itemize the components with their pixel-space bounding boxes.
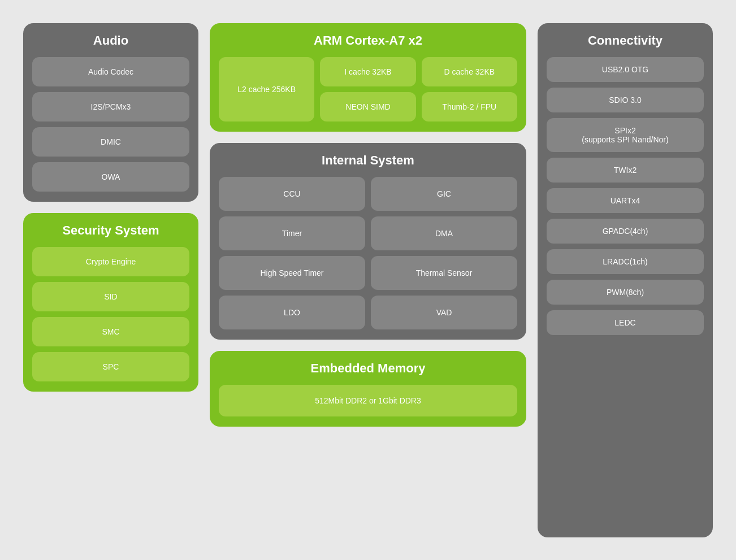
connectivity-item-2: SPIx2 (supports SPI Nand/Nor) — [547, 118, 704, 152]
internal-item-6: LDO — [219, 296, 365, 329]
security-item-0: Crypto Engine — [32, 247, 189, 276]
security-item-3: SPC — [32, 352, 189, 381]
arm-icache: I cache 32KB — [320, 57, 415, 86]
internal-item-5: Thermal Sensor — [371, 256, 517, 290]
security-item-1: SID — [32, 282, 189, 311]
internal-panel: Internal System CCU GIC Timer DMA High S… — [210, 143, 526, 340]
audio-item-0: Audio Codec — [32, 57, 189, 86]
connectivity-item-5: GPADC(4ch) — [547, 219, 704, 244]
arm-dcache: D cache 32KB — [422, 57, 517, 86]
internal-item-2: Timer — [219, 216, 365, 250]
connectivity-item-1: SDIO 3.0 — [547, 88, 704, 112]
connectivity-item-0: USB2.0 OTG — [547, 57, 704, 82]
audio-item-2: DMIC — [32, 127, 189, 157]
connectivity-panel: Connectivity USB2.0 OTG SDIO 3.0 SPIx2 (… — [538, 23, 713, 537]
audio-title: Audio — [32, 33, 189, 48]
arm-panel: ARM Cortex-A7 x2 I cache 32KB D cache 32… — [210, 23, 526, 132]
center-column: ARM Cortex-A7 x2 I cache 32KB D cache 32… — [210, 23, 526, 537]
internal-item-4: High Speed Timer — [219, 256, 365, 290]
left-column: Audio Audio Codec I2S/PCMx3 DMIC OWA Sec… — [23, 23, 198, 537]
connectivity-item-3: TWIx2 — [547, 158, 704, 183]
security-item-2: SMC — [32, 317, 189, 346]
audio-item-3: OWA — [32, 162, 189, 192]
arm-neon: NEON SIMD — [320, 92, 415, 121]
memory-title: Embedded Memory — [219, 361, 517, 376]
internal-grid: CCU GIC Timer DMA High Speed Timer Therm… — [219, 177, 517, 329]
arm-thumb: Thumb-2 / FPU — [422, 92, 517, 121]
audio-panel: Audio Audio Codec I2S/PCMx3 DMIC OWA — [23, 23, 198, 202]
security-panel: Security System Crypto Engine SID SMC SP… — [23, 213, 198, 392]
arm-grid: I cache 32KB D cache 32KB L2 cache 256KB… — [219, 57, 517, 121]
internal-item-1: GIC — [371, 177, 517, 211]
audio-item-1: I2S/PCMx3 — [32, 92, 189, 121]
connectivity-item-7: PWM(8ch) — [547, 280, 704, 305]
internal-item-0: CCU — [219, 177, 365, 211]
memory-item: 512Mbit DDR2 or 1Gbit DDR3 — [219, 385, 517, 416]
internal-item-3: DMA — [371, 216, 517, 250]
memory-panel: Embedded Memory 512Mbit DDR2 or 1Gbit DD… — [210, 351, 526, 427]
main-container: Audio Audio Codec I2S/PCMx3 DMIC OWA Sec… — [12, 12, 724, 549]
arm-l2cache: L2 cache 256KB — [219, 57, 314, 121]
connectivity-title: Connectivity — [547, 33, 704, 48]
connectivity-item-8: LEDC — [547, 310, 704, 335]
connectivity-item-4: UARTx4 — [547, 188, 704, 213]
internal-item-7: VAD — [371, 296, 517, 329]
internal-title: Internal System — [219, 153, 517, 168]
security-title: Security System — [32, 223, 189, 238]
right-column: Connectivity USB2.0 OTG SDIO 3.0 SPIx2 (… — [538, 23, 713, 537]
connectivity-item-6: LRADC(1ch) — [547, 249, 704, 274]
arm-title: ARM Cortex-A7 x2 — [219, 33, 517, 48]
